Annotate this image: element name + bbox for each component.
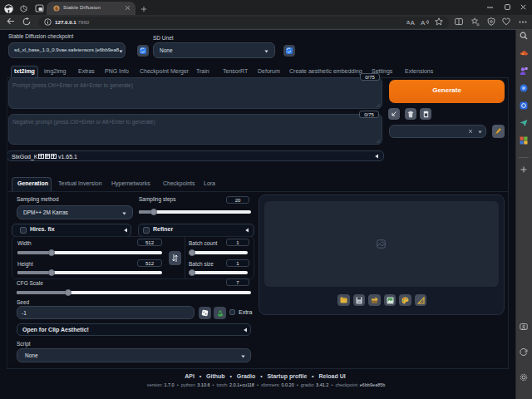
svg-text:A: A xyxy=(411,19,416,26)
svg-text:a: a xyxy=(406,19,410,25)
svg-text:A: A xyxy=(421,19,426,26)
